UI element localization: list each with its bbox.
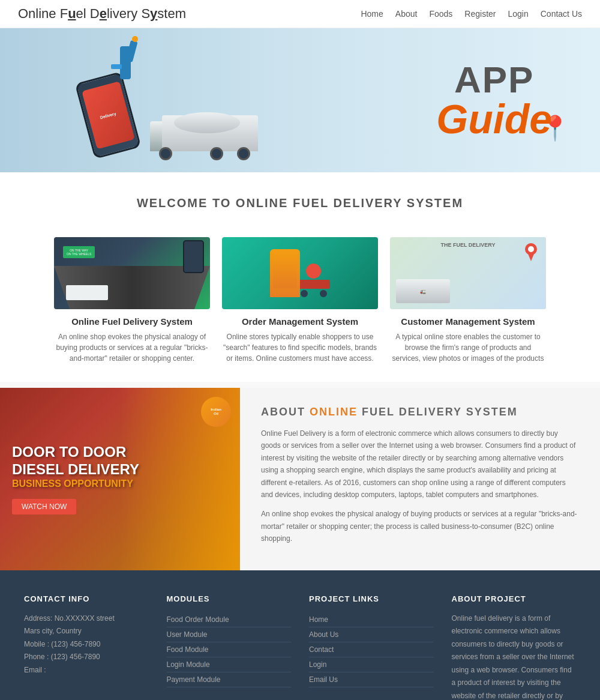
footer-city: Mars city, Country <box>24 625 149 638</box>
about-para1: Online Fuel Delivery is a form of electr… <box>261 427 579 501</box>
card3-desc: A typical online store enables the custo… <box>390 331 546 364</box>
nav-about[interactable]: About <box>395 9 418 19</box>
watch-now-button[interactable]: WATCH NOW <box>12 499 76 514</box>
scooter-art <box>297 264 330 297</box>
footer-about-project-text: Online fuel delivery is a form of electr… <box>452 612 577 700</box>
about-img-text: DOOR TO DOOR DIESEL DELIVERY BUSINESS OP… <box>12 444 139 514</box>
project-link-4[interactable]: Email Us <box>309 672 434 687</box>
card-fuel-delivery: ON THE WAYON THE WHEELS Online Fuel Deli… <box>54 237 210 364</box>
welcome-section: WELCOME TO ONLINE FUEL DELIVERY SYSTEM <box>0 172 600 237</box>
footer-modules-heading: MODULES <box>167 594 292 603</box>
about-img-line1: DOOR TO DOOR <box>12 444 139 461</box>
cards-row: ON THE WAYON THE WHEELS Online Fuel Deli… <box>0 237 600 382</box>
sign-art: ON THE WAYON THE WHEELS <box>63 246 95 258</box>
truck-wheel-2 <box>210 147 223 160</box>
hero-left-art: Delivery <box>0 28 300 172</box>
svg-point-6 <box>528 246 534 252</box>
card-customer-management: 🚛 THE FUEL DELIVERY Customer Management … <box>390 237 546 364</box>
hero-text: APP Guide <box>436 61 552 139</box>
scooter-wheels <box>301 290 327 297</box>
hero-guide-label: Guide <box>436 98 552 139</box>
nav-home[interactable]: Home <box>361 9 383 19</box>
truck-art <box>150 100 270 160</box>
footer-contact-heading: CONTACT INFO <box>24 594 149 603</box>
about-img-line3: BUSINESS OPPORTUNITY <box>12 478 139 489</box>
card2-art <box>264 243 336 303</box>
nav-foods[interactable]: Foods <box>429 9 452 19</box>
footer-project-links-list: Home About Us Contact Login Email Us <box>309 612 434 687</box>
project-link-3[interactable]: Login <box>309 657 434 672</box>
card1-content: ON THE WAYON THE WHEELS <box>54 237 210 309</box>
svg-rect-3 <box>111 64 122 69</box>
footer: CONTACT INFO Address: No.XXXXXX street M… <box>0 570 600 700</box>
phone-delivery-art <box>270 249 300 297</box>
nav-login[interactable]: Login <box>508 9 528 19</box>
card1-desc: An online shop evokes the physical analo… <box>54 331 210 364</box>
card2-title: Order Management System <box>222 316 378 327</box>
project-link-1[interactable]: About Us <box>309 627 434 642</box>
card3-truck-art: 🚛 <box>396 279 450 303</box>
module-item-4[interactable]: Payment Module <box>167 672 292 687</box>
project-link-2[interactable]: Contact <box>309 642 434 657</box>
about-section: IndianOil DOOR TO DOOR DIESEL DELIVERY B… <box>0 388 600 570</box>
footer-about-project: ABOUT PROJECT Online fuel delivery is a … <box>452 594 577 700</box>
module-item-2[interactable]: Food Module <box>167 642 292 657</box>
nav-links: Home About Foods Register Login Contact … <box>361 8 582 19</box>
about-img-line2: DIESEL DELIVERY <box>12 461 139 478</box>
nav-register[interactable]: Register <box>464 9 496 19</box>
card-order-management: Order Management System Online stores ty… <box>222 237 378 364</box>
footer-phone: Phone : (123) 456-7890 <box>24 651 149 664</box>
about-para2: An online shop evokes the physical analo… <box>261 508 579 545</box>
phone-card-art <box>183 240 204 273</box>
module-item-1[interactable]: User Module <box>167 627 292 642</box>
svg-marker-5 <box>527 251 535 261</box>
footer-contact: CONTACT INFO Address: No.XXXXXX street M… <box>24 594 149 700</box>
module-item-3[interactable]: Login Module <box>167 657 292 672</box>
about-image: IndianOil DOOR TO DOOR DIESEL DELIVERY B… <box>0 388 240 570</box>
card1-title: Online Fuel Delivery System <box>54 316 210 327</box>
module-item-0[interactable]: Food Order Module <box>167 612 292 627</box>
footer-about-project-heading: ABOUT PROJECT <box>452 594 577 603</box>
welcome-title: WELCOME TO ONLINE FUEL DELIVERY SYSTEM <box>12 196 588 210</box>
map-pin-icon <box>519 240 543 264</box>
card-img-3: 🚛 THE FUEL DELIVERY <box>390 237 546 309</box>
about-heading-highlight: ONLINE <box>310 406 358 418</box>
footer-modules: MODULES Food Order Module User Module Fo… <box>167 594 292 700</box>
about-content: ABOUT ONLINE FUEL DELIVERY SYSTEM Online… <box>240 388 600 570</box>
footer-mobile: Mobile : (123) 456-7890 <box>24 638 149 651</box>
footer-address: Address: No.XXXXXX street <box>24 612 149 626</box>
nav-contact[interactable]: Contact Us <box>541 9 582 19</box>
truck-tank <box>174 112 240 133</box>
footer-modules-list: Food Order Module User Module Food Modul… <box>167 612 292 687</box>
indianoil-badge: IndianOil <box>201 397 231 427</box>
card3-title: Customer Management System <box>390 316 546 327</box>
small-truck-art <box>66 285 108 300</box>
footer-project-links: PROJECT LINKS Home About Us Contact Logi… <box>309 594 434 700</box>
hero-banner: Delivery APP Guide 📍 <box>0 28 600 172</box>
card-img-2 <box>222 237 378 309</box>
project-link-0[interactable]: Home <box>309 612 434 627</box>
hero-app-label: APP <box>436 61 552 98</box>
navbar: Online Fuel Delivery System Home About F… <box>0 0 600 28</box>
svg-point-2 <box>132 36 138 42</box>
card-img-1: ON THE WAYON THE WHEELS <box>54 237 210 309</box>
footer-email: Email : <box>24 664 149 677</box>
nozzle-icon <box>102 34 156 94</box>
card2-desc: Online stores typically enable shoppers … <box>222 331 378 364</box>
truck-wheel-3 <box>237 147 250 160</box>
brand-logo: Online Fuel Delivery System <box>18 6 186 22</box>
truck-wheel-1 <box>159 147 172 160</box>
about-heading: ABOUT ONLINE FUEL DELIVERY SYSTEM <box>261 406 579 418</box>
footer-project-links-heading: PROJECT LINKS <box>309 594 434 603</box>
